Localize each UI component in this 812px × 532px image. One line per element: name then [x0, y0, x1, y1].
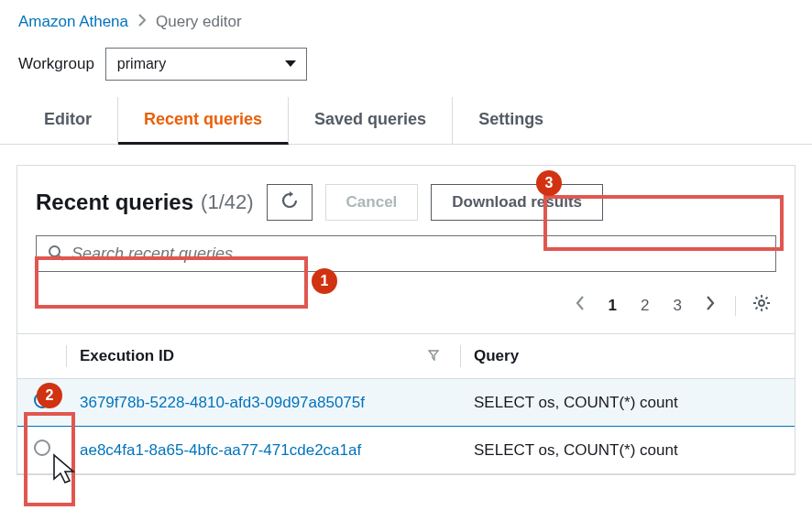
search-icon: [48, 244, 64, 264]
column-select: [17, 334, 67, 379]
breadcrumb-current: Query editor: [156, 13, 242, 31]
tab-settings[interactable]: Settings: [453, 97, 569, 144]
search-box[interactable]: [36, 235, 776, 272]
workgroup-row: Workgroup primary: [0, 38, 812, 97]
row-radio[interactable]: [34, 440, 50, 456]
query-text: SELECT os, COUNT(*) count: [461, 427, 795, 474]
breadcrumb: Amazon Athena Query editor: [0, 0, 812, 38]
pagination-next[interactable]: [697, 292, 724, 319]
table-header-row: Execution ID Query: [17, 334, 795, 379]
svg-line-1: [59, 255, 63, 260]
breadcrumb-root-link[interactable]: Amazon Athena: [18, 13, 128, 31]
execution-id-link[interactable]: ae8c4fa1-8a65-4bfc-aa77-471cde2ca1af: [80, 441, 361, 459]
table-row[interactable]: 3679f78b-5228-4810-afd3-09d97a85075f SEL…: [17, 379, 795, 427]
panel-count: (1/42): [201, 190, 253, 214]
execution-id-link[interactable]: 3679f78b-5228-4810-afd3-09d97a85075f: [80, 394, 365, 411]
pagination-page-3[interactable]: 3: [664, 293, 691, 319]
queries-table: Execution ID Query 3679f78b-5228-4810-af…: [17, 333, 795, 474]
refresh-icon: [280, 191, 299, 214]
workgroup-select[interactable]: primary: [105, 48, 307, 81]
cancel-button: Cancel: [325, 184, 419, 221]
tab-editor[interactable]: Editor: [18, 97, 118, 144]
column-execution-id[interactable]: Execution ID: [67, 334, 461, 379]
search-input[interactable]: [71, 244, 764, 264]
download-results-button[interactable]: Download results: [431, 184, 603, 221]
query-text: SELECT os, COUNT(*) count: [461, 379, 795, 427]
svg-point-0: [49, 246, 60, 256]
filter-icon[interactable]: [428, 347, 439, 365]
divider: [735, 296, 736, 316]
svg-point-2: [759, 300, 764, 306]
recent-queries-panel: Recent queries (1/42) Cancel Download re…: [16, 165, 796, 475]
pagination: 1 2 3: [36, 285, 776, 333]
chevron-right-icon: [137, 13, 147, 31]
column-execution-id-label: Execution ID: [80, 347, 174, 364]
row-radio[interactable]: [34, 392, 50, 408]
settings-gear-icon[interactable]: [747, 290, 776, 320]
pagination-prev[interactable]: [566, 292, 594, 319]
tabs: Editor Recent queries Saved queries Sett…: [0, 97, 812, 145]
pagination-page-1[interactable]: 1: [599, 293, 626, 319]
column-query[interactable]: Query: [461, 334, 795, 379]
search-row: [36, 235, 776, 272]
pagination-page-2[interactable]: 2: [631, 293, 658, 319]
workgroup-selected-value: primary: [117, 56, 166, 72]
caret-down-icon: [284, 56, 297, 72]
panel-title: Recent queries: [36, 190, 193, 215]
refresh-button[interactable]: [267, 184, 313, 221]
tab-saved-queries[interactable]: Saved queries: [289, 97, 453, 144]
table-row[interactable]: ae8c4fa1-8a65-4bfc-aa77-471cde2ca1af SEL…: [17, 427, 795, 474]
panel-header: Recent queries (1/42) Cancel Download re…: [36, 184, 776, 221]
tab-recent-queries[interactable]: Recent queries: [118, 97, 289, 145]
workgroup-label: Workgroup: [18, 55, 94, 73]
